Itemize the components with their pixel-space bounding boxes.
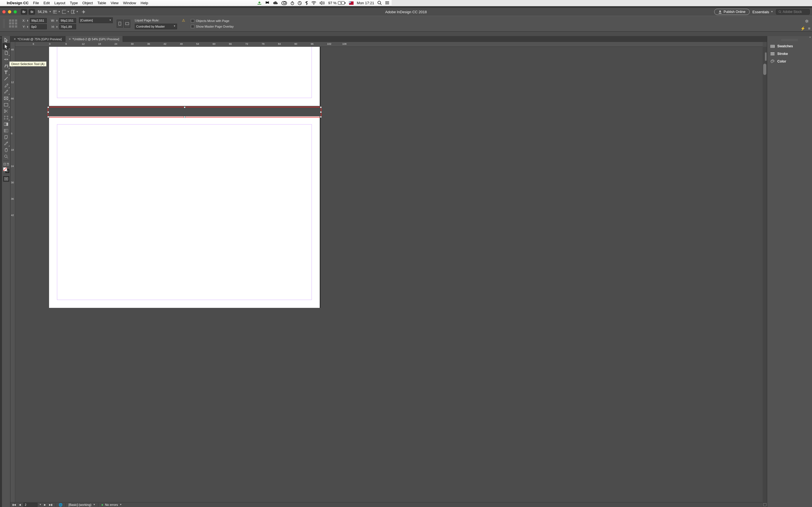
chevron-down-icon: ▼ (173, 25, 175, 27)
svg-rect-20 (4, 103, 8, 106)
document-tab[interactable]: × *CV.indd @ 75% [GPU Preview] (10, 36, 65, 42)
menu-table[interactable]: Table (97, 1, 106, 5)
w-field[interactable] (59, 18, 76, 23)
reference-point-grid[interactable] (9, 19, 17, 28)
master-overlay-checkbox[interactable] (191, 25, 194, 28)
chevron-down-icon: ▼ (109, 19, 111, 21)
hand-tool[interactable] (3, 147, 10, 153)
zoom-level-display[interactable]: 54,1% (38, 10, 47, 14)
direct-selection-tool[interactable] (3, 43, 10, 50)
window-close-button[interactable] (2, 10, 6, 13)
eyedropper-tool[interactable] (3, 140, 10, 147)
document-tab[interactable]: × *Untitled-2 @ 54% [GPU Preview] (65, 36, 123, 42)
zoom-tool[interactable] (3, 153, 10, 160)
statusitem-dropbox-icon[interactable] (265, 1, 269, 5)
y-stepper[interactable]: ▲▼ (26, 25, 29, 28)
objects-move-checkbox[interactable] (191, 19, 194, 22)
tab-close-icon[interactable]: × (69, 37, 71, 41)
tab-close-icon[interactable]: × (14, 37, 16, 41)
selection-tool[interactable] (3, 37, 10, 43)
menu-object[interactable]: Object (82, 1, 93, 5)
statusitem-timer-icon[interactable] (290, 1, 294, 5)
h-stepper[interactable]: ▲▼ (56, 25, 58, 28)
bridge-button[interactable]: Br (21, 9, 27, 15)
w-label: W: (51, 19, 55, 22)
ruler-tick: 42 (163, 43, 166, 45)
menu-layout[interactable]: Layout (54, 1, 65, 5)
type-tool[interactable] (3, 69, 10, 75)
statusitem-notifications-icon[interactable] (385, 1, 389, 5)
statusitem-creativecloud-icon[interactable] (282, 1, 287, 5)
floating-panel-strip: × (0, 36, 2, 244)
w-stepper[interactable]: ▲▼ (56, 19, 58, 22)
page-tool[interactable] (3, 50, 10, 56)
note-tool[interactable] (3, 134, 10, 140)
content-collector-tool[interactable] (3, 62, 10, 69)
pencil-tool[interactable] (3, 89, 10, 95)
menu-window[interactable]: Window (123, 1, 136, 5)
orientation-portrait-button[interactable] (117, 20, 123, 27)
window-minimize-button[interactable] (8, 10, 11, 13)
control-bar-grip-icon[interactable] (2, 17, 7, 30)
statusitem-wifi-icon[interactable] (311, 1, 316, 5)
line-tool[interactable] (3, 75, 10, 82)
statusitem-clock-text[interactable]: Mon 17:21 (357, 1, 374, 5)
menu-help[interactable]: Help (141, 1, 148, 5)
chevron-down-icon[interactable]: ▼ (49, 10, 51, 13)
pen-tool[interactable] (3, 82, 10, 89)
window-zoom-button[interactable] (13, 10, 17, 13)
statusitem-spotlight-icon[interactable] (377, 1, 382, 5)
page[interactable] (49, 116, 320, 244)
h-field[interactable] (59, 24, 76, 29)
objects-move-label: Objects Move with Page (196, 19, 230, 22)
vertical-ruler[interactable]: 48 54 12 66 0 6 18 24 30 36 42 (10, 42, 15, 244)
screen-mode-button[interactable]: ▼ (62, 9, 69, 15)
gradient-feather-tool[interactable] (3, 127, 10, 134)
statusitem-battery[interactable]: 97 % (328, 1, 346, 5)
x-stepper[interactable]: ▲▼ (26, 19, 29, 22)
orientation-landscape-button[interactable] (124, 20, 130, 27)
ruler-tick: 48 (11, 48, 14, 51)
statusitem-bluetooth-icon[interactable] (305, 1, 308, 5)
screen-mode-toggle[interactable] (3, 176, 9, 182)
view-options-button[interactable]: ▼ (53, 9, 60, 15)
page[interactable] (49, 47, 320, 106)
stock-button[interactable]: St (29, 9, 35, 15)
warning-icon[interactable]: ⚠ (182, 18, 185, 22)
x-field[interactable] (30, 18, 47, 23)
rectangle-tool[interactable] (3, 101, 10, 108)
horizontal-ruler[interactable]: 6 0 6 12 18 24 30 36 42 48 54 60 66 72 7… (15, 42, 392, 47)
statusitem-flag-icon[interactable] (349, 1, 354, 5)
y-field[interactable] (30, 24, 47, 29)
gradient-swatch-tool[interactable] (3, 121, 10, 127)
ruler-tick: 18 (11, 149, 14, 151)
document-canvas[interactable] (15, 47, 392, 244)
svg-point-11 (386, 4, 386, 4)
svg-rect-26 (4, 129, 8, 132)
svg-rect-12 (53, 10, 57, 13)
fill-stroke-swatch[interactable] (3, 167, 9, 173)
menu-edit[interactable]: Edit (43, 1, 50, 5)
statusitem-download-icon[interactable] (257, 1, 262, 5)
liquid-rule-dropdown[interactable]: Controlled by Master ▼ (135, 24, 177, 29)
statusitem-clock-icon[interactable] (298, 1, 302, 5)
page-margin-guide (57, 124, 312, 244)
rectangle-frame-tool[interactable] (3, 95, 10, 101)
selected-frame[interactable] (48, 107, 321, 117)
svg-rect-24 (4, 123, 8, 126)
statusitem-volume-icon[interactable] (320, 1, 325, 5)
menu-type[interactable]: Type (70, 1, 78, 5)
statusitem-cloud-icon[interactable] (273, 1, 278, 5)
gpu-performance-button[interactable]: ✈ (80, 9, 87, 15)
arrange-documents-button[interactable]: ▼ (71, 9, 79, 15)
fill-stroke-toggle[interactable]: T (3, 162, 10, 167)
gap-tool[interactable] (3, 56, 10, 62)
page-preset-dropdown[interactable]: [Custom] ▼ (79, 17, 113, 23)
menu-file[interactable]: File (33, 1, 39, 5)
ruler-tick: 108 (342, 43, 347, 45)
free-transform-tool[interactable] (3, 114, 10, 121)
svg-rect-31 (5, 178, 7, 180)
app-menu[interactable]: InDesign CC (7, 1, 29, 5)
menu-view[interactable]: View (111, 1, 119, 5)
scissors-tool[interactable] (3, 108, 10, 114)
